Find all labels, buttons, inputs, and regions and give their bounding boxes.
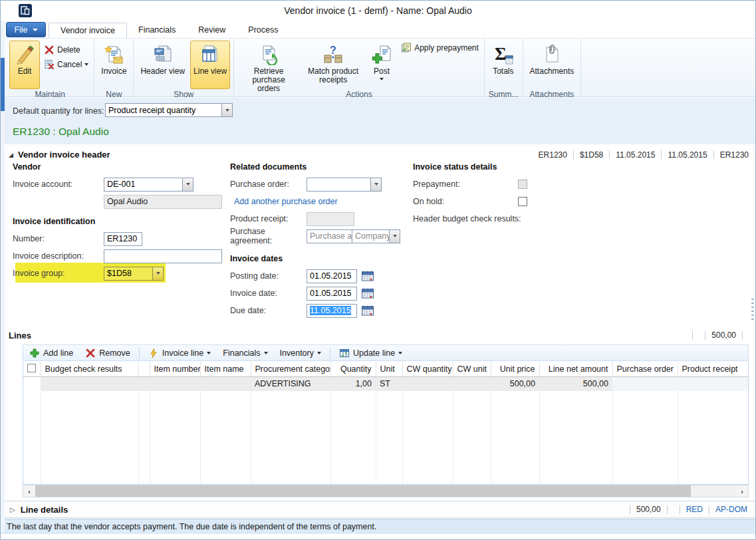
cell-item-number[interactable] [150, 376, 200, 391]
remove-x-icon [85, 348, 96, 358]
col-unit[interactable]: Unit [376, 362, 402, 376]
apply-prepayment-button[interactable]: Apply prepayment [399, 42, 481, 54]
invoice-button[interactable]: Invoice [98, 41, 130, 89]
col-purchase-order[interactable]: Purchase order [612, 362, 678, 376]
calendar-icon[interactable] [362, 271, 374, 281]
cell-unit-price[interactable]: 500,00 [491, 376, 539, 391]
inventory-menu[interactable]: Inventory [274, 348, 327, 358]
cancel-button[interactable]: Cancel [42, 59, 90, 70]
chevron-down-icon[interactable] [221, 103, 233, 117]
invoice-date-input[interactable]: 01.05.2015 [307, 287, 357, 301]
lines-summary: 500,00 [686, 331, 749, 340]
invoice-description-input[interactable] [104, 249, 222, 263]
cell-cw-quantity[interactable] [402, 376, 453, 391]
delete-button[interactable]: Delete [42, 44, 90, 56]
totals-button[interactable]: Σ Totals [488, 41, 519, 89]
col-procurement-category[interactable]: Procurement category [251, 362, 330, 376]
line-view-button[interactable]: Line view [190, 41, 230, 89]
product-receipt-label: Product receipt: [230, 214, 307, 223]
remove-button[interactable]: Remove [79, 348, 136, 358]
match-product-receipts-button[interactable]: ? Match product receipts [302, 41, 364, 89]
calendar-icon[interactable] [362, 288, 374, 299]
calendar-icon[interactable] [362, 305, 374, 316]
cell-product-receipt[interactable] [678, 376, 748, 391]
col-item-number[interactable]: Item number [150, 362, 200, 376]
purchase-order-combobox[interactable] [307, 178, 382, 192]
cell-budget-check-results[interactable] [41, 376, 138, 391]
on-hold-checkbox[interactable] [518, 197, 527, 206]
col-budget-check-results[interactable]: Budget check results [41, 362, 138, 376]
posting-date-input[interactable]: 01.05.2015 [307, 269, 357, 283]
cell-line-net-amount[interactable]: 500,00 [539, 376, 612, 391]
due-date-input[interactable]: 11.05.2015 [307, 304, 357, 318]
cell-cw-unit[interactable] [453, 376, 491, 391]
right-panel-grip[interactable] [751, 299, 754, 320]
horizontal-scrollbar[interactable]: ‹ › [23, 485, 749, 497]
financials-menu[interactable]: Financials [217, 348, 273, 358]
attachments-button[interactable]: Attachments [527, 41, 578, 89]
default-quantity-combobox[interactable]: Product receipt quantity [105, 103, 233, 117]
cell-unit[interactable]: ST [376, 376, 402, 391]
scrollbar-thumb[interactable] [35, 485, 691, 497]
row-select-cell[interactable] [23, 376, 41, 391]
cell-purchase-order[interactable] [612, 376, 678, 391]
header-view-button[interactable]: Header view [137, 41, 188, 89]
tab-review[interactable]: Review [187, 23, 237, 38]
invoice-line-menu[interactable]: Invoice line [142, 348, 217, 358]
lines-grid: Budget check results Item number Item na… [23, 362, 749, 484]
scrollbar-track[interactable] [691, 485, 736, 497]
purchase-agreement-combobox[interactable]: Purchase a Company [307, 229, 400, 243]
scroll-right-button[interactable]: › [736, 485, 748, 497]
cell-quantity[interactable]: 1,00 [330, 376, 376, 391]
col-product-receipt[interactable]: Product receipt [678, 362, 748, 376]
purchase-order-label: Purchase order: [230, 180, 307, 189]
chevron-down-icon[interactable] [182, 178, 193, 192]
chevron-down-icon[interactable] [370, 178, 382, 192]
post-button[interactable]: Post [366, 41, 397, 89]
col-unit-price[interactable]: Unit price [491, 362, 539, 376]
file-menu-button[interactable]: File [6, 22, 46, 37]
cell-procurement-category[interactable]: ADVERTISING [251, 376, 330, 391]
invoice-status-title: Invoice status details [413, 162, 612, 176]
ap-dom-link[interactable]: AP-DOM [715, 505, 747, 514]
select-all-checkbox[interactable] [27, 364, 36, 372]
col-item-name[interactable]: Item name [200, 362, 251, 376]
chevron-down-icon [264, 352, 268, 354]
invoice-account-combobox[interactable]: DE-001 [104, 178, 193, 192]
lines-total: 500,00 [711, 331, 736, 340]
ribbon-group-summ: Σ Totals Summ... [485, 39, 523, 96]
tab-financials[interactable]: Financials [127, 23, 187, 38]
tab-process[interactable]: Process [237, 23, 289, 38]
add-line-button[interactable]: Add line [23, 348, 79, 358]
retrieve-purchase-orders-button[interactable]: Retrieve purchase orders [237, 41, 300, 89]
chevron-down-icon[interactable] [389, 229, 400, 243]
update-line-menu[interactable]: Update line [333, 348, 408, 358]
cell-item-name[interactable] [200, 376, 251, 391]
invoice-number-input[interactable]: ER1230 [104, 232, 142, 246]
invoice-line-row[interactable]: ADVERTISING 1,00 ST 500,00 500,00 [23, 376, 748, 391]
chevron-down-icon[interactable] [152, 267, 164, 281]
line-details-bar[interactable]: ▷ Line details 500,00 RED AP-DOM [1, 501, 755, 518]
attachments-button-label: Attachments [530, 67, 574, 76]
add-purchase-order-link[interactable]: Add another purchase order [234, 197, 338, 206]
scroll-left-button[interactable]: ‹ [23, 485, 35, 497]
ribbon-tabs: Vendor invoice Financials Review Process [49, 23, 289, 38]
edit-button[interactable]: Edit [9, 41, 40, 89]
invoice-button-label: Invoice [101, 67, 126, 76]
col-cw-quantity[interactable]: CW quantity [402, 362, 453, 376]
paperclip-icon [541, 44, 563, 65]
red-link[interactable]: RED [686, 505, 703, 514]
summary-date-1: 11.05.2015 [616, 150, 655, 160]
col-quantity[interactable]: Quantity [330, 362, 376, 376]
expand-triangle-icon[interactable]: ▷ [10, 506, 15, 513]
collapse-triangle-icon[interactable]: ◢ [9, 152, 13, 158]
financials-label: Financials [223, 348, 260, 358]
window-title: Vendor invoice (1 - demf) - Name: Opal A… [1, 5, 755, 16]
invoice-group-combobox[interactable]: $1D58 [104, 267, 164, 281]
purchase-order-value [307, 178, 370, 192]
col-line-net-amount[interactable]: Line net amount [539, 362, 612, 376]
select-all-header [23, 362, 41, 376]
vendor-invoice-header-bar[interactable]: ◢ Vendor invoice header ER1230 $1D58 11.… [9, 148, 749, 162]
col-cw-unit[interactable]: CW unit [453, 362, 491, 376]
tab-vendor-invoice[interactable]: Vendor invoice [49, 23, 127, 38]
